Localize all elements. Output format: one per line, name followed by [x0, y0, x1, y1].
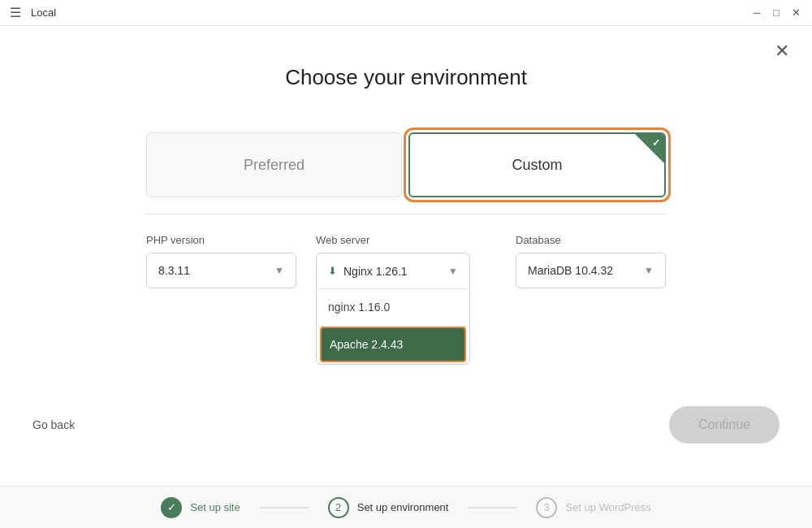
db-dropdown-arrow: ▼ [644, 265, 654, 276]
preferred-option[interactable]: Preferred [146, 132, 402, 197]
webserver-option-apache[interactable]: Apache 2.4.43 [320, 327, 466, 362]
close-button[interactable]: ✕ [789, 6, 802, 19]
php-version-group: PHP version 8.3.11 ▼ [146, 234, 296, 288]
php-dropdown-arrow: ▼ [274, 265, 284, 276]
webserver-label: Web server [316, 234, 496, 246]
step-2-label: Set up environment [357, 501, 449, 513]
custom-option[interactable]: Custom [408, 132, 666, 197]
go-back-button[interactable]: Go back [32, 418, 75, 431]
step-3-circle: 3 [536, 497, 557, 518]
main-content: ✕ Choose your environment Preferred Cust… [0, 26, 812, 486]
php-label: PHP version [146, 234, 296, 246]
nginx116-label: nginx 1.16.0 [328, 301, 390, 314]
stepper-footer: ✓ Set up site 2 Set up environment 3 Set… [0, 486, 812, 528]
webserver-dropdown: ⬇ Nginx 1.26.1 ▼ nginx 1.16.0 Apache 2.4… [316, 253, 470, 365]
step-separator-2 [468, 507, 516, 509]
window-controls: ─ □ ✕ [750, 6, 802, 19]
database-group: Database MariaDB 10.4.32 ▼ [516, 234, 666, 288]
php-version-select[interactable]: 8.3.11 ▼ [146, 253, 296, 288]
maximize-button[interactable]: □ [770, 6, 783, 19]
selected-check-badge [635, 134, 664, 163]
php-version-value: 8.3.11 [158, 264, 190, 277]
step-3-label: Set up WordPress [565, 501, 650, 513]
step-2: 2 Set up environment [309, 497, 469, 518]
webserver-selected-text: Nginx 1.26.1 [343, 265, 438, 278]
step-2-circle: 2 [328, 497, 349, 518]
custom-label: Custom [512, 157, 562, 174]
settings-row: PHP version 8.3.11 ▼ Web server ⬇ Nginx … [146, 234, 666, 288]
continue-button[interactable]: Continue [669, 406, 780, 444]
minimize-button[interactable]: ─ [750, 6, 763, 19]
step-3: 3 Set up WordPress [516, 497, 670, 518]
dialog-title: Choose your environment [285, 65, 527, 90]
db-value: MariaDB 10.4.32 [528, 264, 613, 277]
step-1-label: Set up site [190, 501, 240, 513]
menu-icon[interactable]: ☰ [10, 5, 21, 20]
titlebar: ☰ Local ─ □ ✕ [0, 0, 812, 26]
webserver-selected-item[interactable]: ⬇ Nginx 1.26.1 ▼ [317, 253, 469, 289]
db-label: Database [516, 234, 666, 246]
dialog-actions: Go back Continue [0, 406, 812, 444]
apache-label: Apache 2.4.43 [330, 338, 403, 351]
choose-environment-dialog: ✕ Choose your environment Preferred Cust… [0, 26, 812, 486]
step-separator-1 [260, 507, 309, 509]
db-select[interactable]: MariaDB 10.4.32 ▼ [516, 253, 666, 288]
webserver-arrow: ▼ [448, 266, 458, 277]
step-1: ✓ Set up site [141, 497, 259, 518]
webserver-group: Web server ⬇ Nginx 1.26.1 ▼ nginx 1.16.0 [316, 234, 496, 288]
environment-selector: Preferred Custom [146, 132, 666, 197]
settings-divider [146, 214, 666, 214]
app-title: Local [31, 6, 56, 19]
webserver-option-nginx116[interactable]: nginx 1.16.0 [317, 289, 469, 325]
dialog-close-button[interactable]: ✕ [775, 42, 789, 60]
step-1-circle: ✓ [161, 497, 182, 518]
preferred-label: Preferred [244, 157, 304, 174]
download-icon: ⬇ [328, 265, 337, 277]
